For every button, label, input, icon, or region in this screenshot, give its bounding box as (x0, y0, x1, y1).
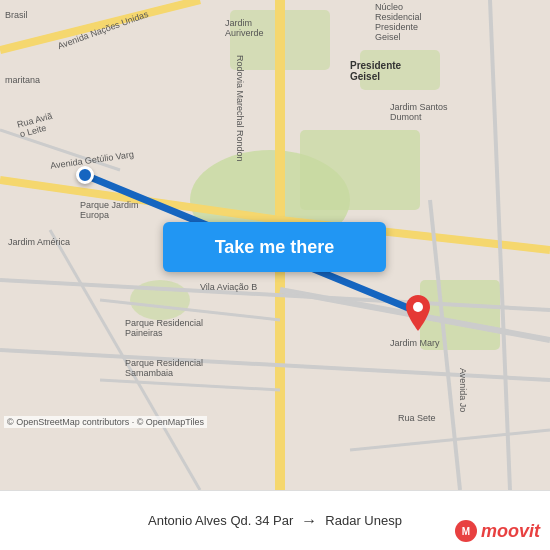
origin-marker (76, 166, 94, 184)
label-presidente-geisel: PresidenteGeisel (350, 60, 401, 82)
bottom-bar: Antonio Alves Qd. 34 Par → Radar Unesp M… (0, 490, 550, 550)
label-jardim-auriverde: JardimAuriverde (225, 18, 264, 38)
label-nucleo: NúcleoResidencialPresidenteGeisel (375, 2, 422, 42)
label-parque-jardim: Parque JardimEuropa (80, 200, 139, 220)
label-jardim-santos: Jardim SantosDumont (390, 102, 448, 122)
label-jardim-mary: Jardim Mary (390, 338, 440, 348)
svg-rect-2 (300, 130, 420, 210)
map-container: Brasil Avenida Nações Unidas JardimAuriv… (0, 0, 550, 490)
label-brasil: Brasil (5, 10, 28, 20)
destination-marker (406, 295, 430, 327)
route-arrow: → (301, 512, 317, 530)
route-to: Radar Unesp (325, 513, 402, 528)
svg-point-23 (413, 302, 423, 312)
label-samambaia: Parque ResidencialSamambaia (125, 358, 203, 378)
moovit-text: moovit (481, 521, 540, 542)
label-rodovia: Rodovia Marechal Rondon (235, 55, 245, 162)
moovit-icon: M (455, 520, 477, 542)
label-maritana: maritana (5, 75, 40, 85)
label-avenida-jo: Avenida Jo (458, 368, 468, 412)
route-from: Antonio Alves Qd. 34 Par (148, 513, 293, 528)
moovit-logo: M moovit (455, 520, 540, 542)
label-rua-sete: Rua Sete (398, 413, 436, 423)
label-paineiras: Parque ResidencialPaineiras (125, 318, 203, 338)
label-jardim-america: Jardim América (8, 237, 70, 247)
svg-text:M: M (462, 526, 470, 537)
label-vila-aviacao: Vila Aviação B (200, 282, 257, 292)
attribution: © OpenStreetMap contributors · © OpenMap… (4, 416, 207, 428)
take-me-there-button[interactable]: Take me there (163, 222, 386, 272)
